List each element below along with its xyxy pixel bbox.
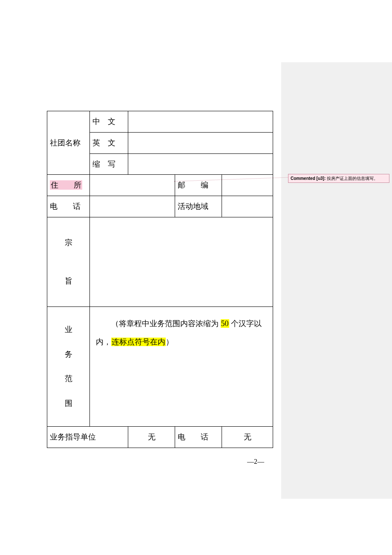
guide-phone-label: 电 话	[175, 426, 222, 448]
postcode-label: 邮 编	[175, 175, 222, 196]
name-en-label: 英 文	[90, 132, 128, 153]
document-page: 社团名称 中 文 英 文 缩 写 住 所 邮 编 电 话 活动地域	[0, 0, 281, 555]
org-name-label: 社团名称	[47, 111, 90, 175]
comment-author: Commented [u3]:	[291, 176, 327, 181]
row-purpose: 宗 旨	[47, 217, 273, 306]
name-abbr-value	[128, 153, 273, 175]
scope-prefix: （将章程中业务范围内容浓缩为	[111, 319, 221, 328]
review-comment-u3[interactable]: Commented [u3]: 按房产证上面的信息填写。	[288, 174, 389, 183]
row-name-cn: 社团名称 中 文	[47, 111, 273, 133]
name-en-value	[128, 132, 273, 153]
scope-value: （将章程中业务范围内容浓缩为 50 个汉字以内，连标点符号在内）	[90, 306, 273, 426]
review-margin	[281, 62, 392, 499]
scope-hl-punct: 连标点符号在内	[111, 338, 166, 346]
phone-value	[90, 196, 175, 217]
scope-suffix: ）	[166, 338, 173, 346]
row-guide-unit: 业务指导单位 无 电 话 无	[47, 426, 273, 448]
page-number: —2—	[247, 458, 264, 465]
guide-phone-value: 无	[222, 426, 273, 448]
row-scope: 业 务 范 围 （将章程中业务范围内容浓缩为 50 个汉字以内，连标点符号在内）	[47, 306, 273, 426]
name-abbr-label: 缩 写	[90, 153, 128, 175]
row-address: 住 所 邮 编	[47, 175, 273, 196]
scope-hl-50: 50	[221, 319, 229, 328]
scope-label: 业 务 范 围	[47, 306, 90, 426]
comment-text: 按房产证上面的信息填写。	[327, 176, 378, 181]
purpose-value	[90, 217, 273, 306]
form-table: 社团名称 中 文 英 文 缩 写 住 所 邮 编 电 话 活动地域	[47, 111, 273, 448]
guide-unit-value: 无	[128, 426, 175, 448]
address-value	[90, 175, 175, 196]
name-cn-value	[128, 111, 273, 133]
area-label: 活动地域	[175, 196, 222, 217]
purpose-label: 宗 旨	[47, 217, 90, 306]
phone-label: 电 话	[47, 196, 90, 217]
row-phone: 电 话 活动地域	[47, 196, 273, 217]
area-value	[222, 196, 273, 217]
address-label: 住 所	[47, 175, 90, 196]
guide-unit-label: 业务指导单位	[47, 426, 128, 448]
name-cn-label: 中 文	[90, 111, 128, 133]
